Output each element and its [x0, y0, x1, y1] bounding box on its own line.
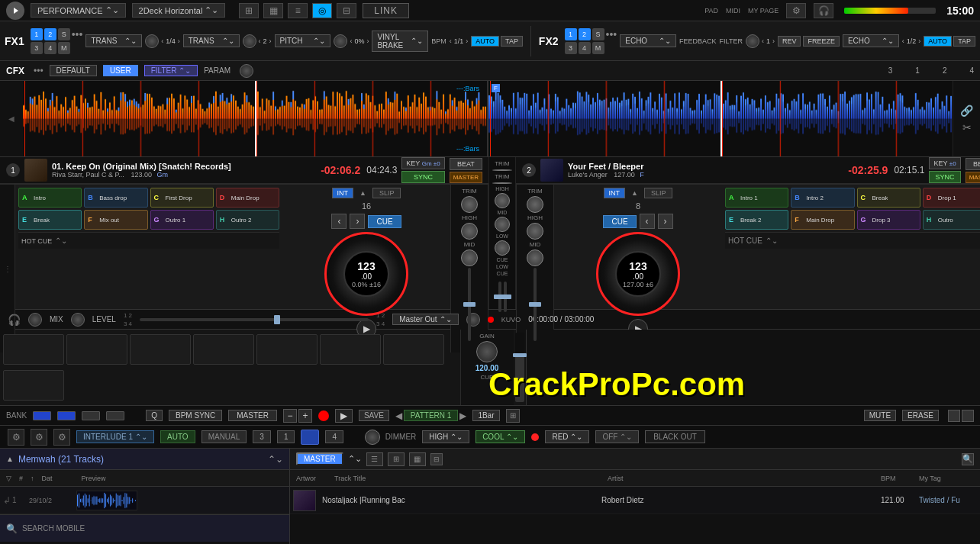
deck1-hotcue-H[interactable]: H Outro 2 [216, 210, 279, 230]
deck2-int-button[interactable]: INT [604, 188, 626, 198]
waveform-scroll-left-icon[interactable]: ◀ [8, 114, 15, 123]
playlist-arrow-icon[interactable]: ⌃⌄ [268, 454, 283, 465]
fx1-btn2[interactable]: 2 [44, 28, 56, 40]
seq-btn-extra1[interactable] [948, 410, 960, 422]
seq-play-button[interactable]: ▶ [335, 409, 353, 423]
bank-btn-1[interactable] [33, 411, 51, 420]
fx1-vinyl-selector[interactable]: VINYL BRAKE⌃⌄ [372, 31, 428, 52]
fx2-btn3[interactable]: 3 [565, 42, 577, 54]
cfx-default-button[interactable]: DEFAULT [50, 65, 97, 76]
lighting-num1-button[interactable]: 1 [277, 430, 295, 443]
fx1-auto-button[interactable]: AUTO [471, 36, 499, 47]
col-header-preview[interactable]: Preview [79, 475, 286, 482]
cfx-filter-button[interactable]: FILTER ⌃⌄ [144, 65, 198, 76]
browser-row-1[interactable]: ↲ 1 29/10/2 [0, 487, 289, 514]
blackout-button[interactable]: BLACK OUT [645, 430, 705, 443]
headphone-mix-knob[interactable] [28, 313, 42, 327]
deck1-cue-button[interactable]: CUE [368, 215, 401, 228]
deck2-beat-button[interactable]: BEAT [965, 158, 980, 170]
deck2-mid-knob[interactable] [527, 249, 543, 266]
deck2-sync-button[interactable]: SYNC [929, 171, 960, 183]
deck1-hotcue-G[interactable]: G Outro 1 [150, 210, 214, 230]
lighting-num3-button[interactable]: 3 [253, 430, 271, 443]
deck2-hotcue-G[interactable]: G Drop 3 [857, 210, 920, 230]
pattern-next-icon[interactable]: ▶ [459, 410, 466, 421]
fx2-btn1[interactable]: 1 [565, 28, 577, 40]
fx2-m-btn[interactable]: M [592, 42, 604, 54]
mixer-high-knob[interactable] [495, 193, 510, 208]
col-header-hash[interactable]: # [16, 475, 26, 482]
deck1-int-button[interactable]: INT [332, 188, 354, 198]
sample-pad-4[interactable] [193, 334, 254, 365]
deck2-platter[interactable]: 123 .00 127.00 ±6 [596, 232, 680, 316]
fx2-dots-icon[interactable]: ••• [606, 28, 617, 40]
deck1-mid-knob[interactable] [461, 249, 478, 266]
list-view-button[interactable]: ☰ [366, 452, 383, 466]
search-mobile-button[interactable]: 🔍 SEARCH MOBILE [0, 514, 289, 542]
mixer-icon[interactable]: ⊟ [337, 3, 356, 18]
fx1-btn1[interactable]: 1 [31, 28, 43, 40]
bar-select-button[interactable]: 1Bar [472, 410, 499, 421]
deck1-beat-button[interactable]: BEAT [450, 158, 482, 170]
col-track-title[interactable]: Track Title [331, 475, 604, 482]
deck2-slip-button[interactable]: SLIP [644, 188, 673, 198]
deck1-channel-fader[interactable] [468, 268, 471, 341]
waveform-icon[interactable]: ◎ [312, 3, 332, 18]
sample-pad-7[interactable] [383, 334, 444, 365]
fx1-trans2-selector[interactable]: TRANS⌃⌄ [183, 34, 240, 47]
deck1-hotcue-D[interactable]: D Main Drop [216, 188, 279, 208]
mixer-low-knob[interactable] [495, 240, 510, 256]
col-header-date[interactable]: Dat [39, 475, 77, 482]
save-button[interactable]: SAVE [359, 410, 389, 421]
fx1-s-btn[interactable]: S [58, 28, 70, 40]
mixer-mid-knob[interactable] [495, 217, 510, 232]
fx1-btn4[interactable]: 4 [44, 42, 56, 54]
deck1-key-button[interactable]: KEY Gm ±0 [401, 157, 444, 169]
deck1-hotcue-A[interactable]: A Intro [18, 188, 82, 208]
settings-icon[interactable]: ⚙ [786, 3, 806, 18]
deck1-hotcue-B[interactable]: B Bass drop [84, 188, 147, 208]
deck1-hotcue-E[interactable]: E Break [18, 210, 82, 230]
bpm-sync-button[interactable]: BPM SYNC [169, 410, 222, 421]
red-button[interactable]: RED ⌃⌄ [545, 430, 589, 443]
seq-btn-extra2[interactable] [962, 410, 974, 422]
fx2-echo2-selector[interactable]: ECHO⌃⌄ [843, 34, 899, 47]
master-out-button[interactable]: Master Out ⌃⌄ [392, 314, 458, 325]
deck2-hotcue-A[interactable]: A Intro 1 [725, 188, 788, 208]
deck1-next-button[interactable]: › [350, 214, 365, 229]
fx2-auto-button[interactable]: AUTO [924, 36, 952, 47]
interlude-button[interactable]: INTERLUDE 1 ⌃⌄ [76, 430, 154, 443]
deck2-high-knob[interactable] [527, 223, 543, 240]
fx2-echo-selector[interactable]: ECHO⌃⌄ [620, 34, 676, 47]
deck1-hotcue-F[interactable]: F Mix out [84, 210, 147, 230]
deck2-hotcue-C[interactable]: C Break [857, 188, 920, 208]
fx1-pitch-selector[interactable]: PITCH⌃⌄ [275, 34, 331, 47]
deck1-master-button[interactable]: MASTER [450, 172, 482, 183]
mute-button[interactable]: MUTE [864, 410, 896, 421]
fx1-btn3[interactable]: 3 [31, 42, 43, 54]
sample-pad-5[interactable] [256, 334, 318, 365]
col-bpm[interactable]: BPM [878, 475, 916, 482]
deck2-trim-knob[interactable] [527, 196, 543, 213]
seq-record-button[interactable] [318, 410, 329, 421]
lighting-gear2-icon[interactable]: ⚙ [31, 429, 47, 446]
lighting-gear1-icon[interactable]: ⚙ [8, 429, 24, 446]
bank-btn-4[interactable] [106, 411, 124, 420]
deck1-trim-knob[interactable] [461, 196, 478, 213]
performance-mode-button[interactable]: PERFORMANCE ⌃⌄ [31, 3, 126, 18]
off-button[interactable]: OFF ⌃⌄ [595, 430, 639, 443]
deck2-channel-fader[interactable] [534, 268, 537, 341]
fx2-btn2[interactable]: 2 [579, 28, 591, 40]
cfx-user-button[interactable]: USER [103, 65, 138, 76]
sample-pad-6[interactable] [320, 334, 381, 365]
crossfader[interactable] [140, 318, 369, 321]
dimmer-knob[interactable] [365, 430, 380, 445]
master-tag-button[interactable]: MASTER [296, 452, 343, 465]
eq-icon[interactable]: ≡ [288, 3, 308, 18]
sample-pad-3[interactable] [130, 334, 191, 365]
fx1-knob3[interactable] [334, 34, 347, 48]
deck2-hotcue-B[interactable]: B Intro 2 [791, 188, 854, 208]
deck2-key-button[interactable]: KEY ±0 [929, 157, 960, 169]
deck2-hotcue-F[interactable]: F Main Drop [791, 210, 854, 230]
sampler-volume-fader[interactable] [515, 333, 524, 402]
